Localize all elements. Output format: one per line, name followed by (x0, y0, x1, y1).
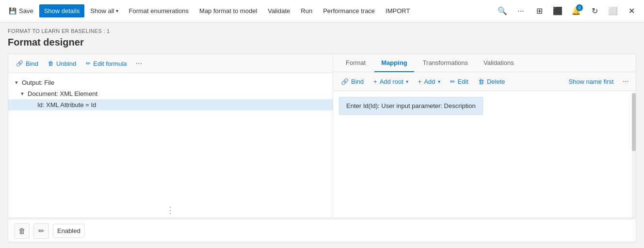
tab-transformations[interactable]: Transformations (416, 54, 475, 72)
refresh-button[interactable]: ↻ (586, 2, 603, 20)
bottom-status-bar: 🗑 ✏ Enabled (8, 220, 636, 242)
scrollbar-thumb[interactable] (632, 93, 636, 151)
edit-bottom-button[interactable]: ✏ (33, 223, 49, 239)
refresh-icon: ↻ (592, 6, 598, 16)
tree-item-document[interactable]: ▼ Document: XML Element (8, 88, 333, 99)
validate-button[interactable]: Validate (263, 4, 295, 17)
page-title: Format designer (8, 37, 636, 48)
import-button[interactable]: IMPORT (381, 4, 415, 17)
tree-item-output-file[interactable]: ▼ Output: File (8, 77, 333, 88)
close-icon: ✕ (628, 6, 635, 16)
performance-trace-button[interactable]: Performance trace (318, 4, 380, 17)
link-icon: 🔗 (341, 78, 349, 85)
status-label: Enabled (53, 224, 85, 238)
tab-validations[interactable]: Validations (477, 54, 521, 72)
right-more-button[interactable]: ··· (620, 75, 632, 88)
main-toolbar: 💾 Save Show details Show all ▾ Format en… (0, 0, 644, 22)
format-tree: ▼ Output: File ▼ Document: XML Element I… (8, 73, 333, 203)
chevron-down-icon: ▾ (116, 8, 118, 14)
trash-icon: 🗑 (18, 227, 26, 235)
pencil-icon: ✏ (38, 227, 45, 235)
add-root-icon: + (373, 78, 377, 85)
notification-button[interactable]: 🔔 0 (567, 2, 585, 20)
grid-button[interactable]: ⊞ (531, 2, 548, 20)
more-dots-icon: ··· (623, 77, 629, 85)
mapping-toolbar: 🔗 Bind + Add root ▾ + Add ▾ ✏ Edit (333, 72, 636, 91)
office-button[interactable]: ⬛ (549, 2, 566, 20)
collapse-icon: ▼ (20, 91, 26, 96)
link-icon: 🔗 (16, 60, 23, 67)
show-name-first-button[interactable]: Show name first (564, 76, 617, 88)
left-panel: 🔗 Bind 🗑 Unbind ✏ Edit formula ··· (8, 54, 333, 218)
more-icon: ··· (517, 7, 524, 16)
delete-bottom-button[interactable]: 🗑 (14, 223, 30, 239)
chevron-down-icon: ▾ (406, 79, 408, 84)
mapping-bind-button[interactable]: 🔗 Bind (337, 76, 368, 88)
edit-icon: ✏ (450, 78, 455, 85)
right-tab-bar: Format Mapping Transformations Validatio… (333, 54, 636, 72)
edit-button[interactable]: ✏ Edit (446, 76, 472, 88)
left-more-button[interactable]: ··· (133, 57, 145, 70)
drag-handle[interactable]: ⋮ (8, 203, 333, 217)
chevron-down-icon: ▾ (438, 79, 440, 84)
drag-dots-icon: ⋮ (166, 205, 176, 216)
unlink-icon: 🗑 (48, 60, 54, 67)
maximize-icon: ⬜ (608, 6, 618, 16)
show-details-button[interactable]: Show details (39, 4, 85, 17)
edit-formula-button[interactable]: ✏ Edit formula (82, 58, 130, 70)
map-format-to-model-button[interactable]: Map format to model (194, 4, 262, 17)
run-button[interactable]: Run (296, 4, 317, 17)
left-panel-toolbar: 🔗 Bind 🗑 Unbind ✏ Edit formula ··· (8, 54, 333, 73)
mapping-entry[interactable]: Enter Id(Id): User input parameter: Desc… (339, 97, 483, 115)
scrollbar[interactable] (632, 93, 636, 217)
add-root-button[interactable]: + Add root ▾ (370, 76, 412, 88)
delete-icon: 🗑 (478, 78, 484, 85)
main-area: FORMAT TO LEARN ER BASELINES : 1 Format … (0, 22, 644, 248)
right-panel: Format Mapping Transformations Validatio… (333, 54, 636, 218)
unbind-button[interactable]: 🗑 Unbind (44, 58, 80, 70)
content-area: 🔗 Bind 🗑 Unbind ✏ Edit formula ··· (8, 54, 636, 218)
show-all-button[interactable]: Show all ▾ (85, 4, 123, 17)
save-button[interactable]: 💾 Save (4, 4, 38, 17)
add-icon: + (418, 78, 422, 85)
more-options-button[interactable]: ··· (512, 2, 530, 20)
search-button[interactable]: 🔍 (494, 2, 511, 20)
notification-badge: 0 (576, 4, 583, 11)
search-icon: 🔍 (498, 6, 507, 16)
mapping-area: Enter Id(Id): User input parameter: Desc… (333, 91, 636, 217)
delete-button[interactable]: 🗑 Delete (474, 76, 509, 88)
office-icon: ⬛ (553, 6, 563, 16)
save-icon: 💾 (9, 7, 16, 15)
grid-icon: ⊞ (536, 6, 543, 16)
tab-format[interactable]: Format (339, 54, 372, 72)
format-enumerations-button[interactable]: Format enumerations (124, 4, 194, 17)
tree-item-id[interactable]: Id: XML Attribute = Id (8, 99, 333, 110)
breadcrumb: FORMAT TO LEARN ER BASELINES : 1 (8, 28, 636, 34)
maximize-button[interactable]: ⬜ (604, 2, 622, 20)
bind-button[interactable]: 🔗 Bind (12, 58, 42, 70)
tab-mapping[interactable]: Mapping (374, 54, 414, 72)
collapse-icon: ▼ (14, 80, 20, 85)
more-dots-icon: ··· (136, 59, 142, 67)
close-button[interactable]: ✕ (623, 2, 640, 20)
add-button[interactable]: + Add ▾ (414, 76, 444, 88)
edit-icon: ✏ (86, 60, 91, 67)
